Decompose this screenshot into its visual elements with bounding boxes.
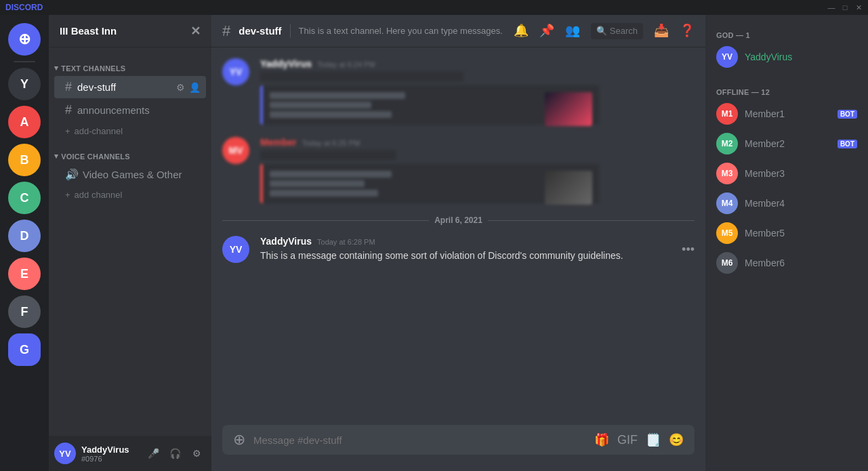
member-item-3[interactable]: M3 Member3	[711, 159, 863, 188]
channel-item-dev-stuff[interactable]: # dev-stuff ⚙ 👤	[54, 76, 206, 98]
notification-icon[interactable]: 🔔	[514, 23, 529, 39]
gif-icon[interactable]: GIF	[617, 433, 638, 447]
member-avatar-5: M5	[716, 222, 738, 244]
help-icon[interactable]: ❓	[680, 23, 695, 39]
guild-icon-5[interactable]: D	[8, 220, 41, 252]
member-name-2: Member2	[745, 138, 785, 149]
inbox-icon[interactable]: 📥	[654, 23, 669, 39]
guild-icon-6[interactable]: E	[8, 258, 41, 290]
member-avatar-3: M3	[716, 163, 738, 184]
guilds-sidebar: ⊕ Y A B C D E F G	[0, 15, 49, 471]
maximize-button[interactable]: □	[841, 3, 849, 12]
guild-separator	[14, 61, 35, 62]
member-badge-2: BOT	[838, 140, 857, 148]
channel-category-arrow-icon: ▾	[54, 64, 58, 73]
members-icon[interactable]: 👥	[565, 23, 580, 39]
sticker-icon[interactable]: 🗒️	[646, 432, 661, 447]
channel-category-voice[interactable]: ▾ Voice Channels	[49, 141, 211, 163]
user-info: YaddyVirus #0976	[81, 445, 138, 463]
channel-header: # dev-stuff This is a text channel. Here…	[211, 15, 705, 47]
channels-sidebar: III Beast Inn ✕ ▾ Text Channels # dev-st…	[49, 15, 211, 471]
home-guild-icon[interactable]: ⊕	[8, 23, 41, 56]
app-layout: ⊕ Y A B C D E F G III Beast Inn ✕ ▾ Text…	[0, 15, 868, 471]
input-plus-icon[interactable]: ⊕	[233, 432, 245, 447]
add-voice-channel-icon: +	[65, 190, 70, 200]
channel-hash-icon: #	[65, 80, 72, 94]
member-item-6[interactable]: M6 Member6	[711, 248, 863, 278]
channel-header-hash-icon: #	[222, 22, 230, 40]
add-channel-icon: +	[65, 126, 70, 136]
channel-item-voice-add[interactable]: + add channel	[54, 186, 206, 204]
message-input[interactable]	[253, 434, 586, 446]
emoji-icon[interactable]: 😊	[669, 432, 684, 447]
server-header-chevron-icon: ✕	[190, 24, 201, 39]
channel-item-announcements[interactable]: # announcements	[54, 99, 206, 121]
guild-icon-8[interactable]: G	[8, 333, 41, 366]
member-avatar-yaddyvirus: YV	[716, 46, 738, 68]
member-name-yaddyvirus: YaddyVirus	[745, 52, 792, 62]
titlebar-controls: — □ ✕	[827, 3, 863, 12]
titlebar: DISCORD — □ ✕	[0, 0, 868, 15]
search-icon: 🔍	[596, 26, 607, 36]
search-box[interactable]: 🔍 Search	[591, 23, 643, 39]
member-item-5[interactable]: M5 Member5	[711, 218, 863, 248]
member-item-1[interactable]: M1 Member1 BOT	[711, 99, 863, 129]
channel-category-voice-arrow-icon: ▾	[54, 152, 58, 161]
settings-icon[interactable]: ⚙	[187, 444, 206, 463]
channel-settings-icon[interactable]: ⚙	[176, 82, 185, 93]
mute-icon[interactable]: 🎤	[144, 444, 163, 463]
member-category-offline: OFFLINE — 12	[711, 83, 863, 99]
channels-list: ▾ Text Channels # dev-stuff ⚙ 👤 # announ…	[49, 47, 211, 436]
member-avatar-6: M6	[716, 252, 738, 274]
user-panel-icons: 🎤 🎧 ⚙	[144, 444, 206, 463]
titlebar-left: DISCORD	[5, 3, 43, 12]
member-avatar-1: M1	[716, 103, 738, 125]
guild-icon-2[interactable]: A	[8, 106, 41, 138]
close-button[interactable]: ✕	[854, 3, 863, 12]
member-item-4[interactable]: M4 Member4	[711, 188, 863, 218]
channel-header-divider	[290, 24, 291, 38]
member-item-2[interactable]: M2 Member2 BOT	[711, 129, 863, 159]
search-label: Search	[610, 26, 638, 36]
context-menu-overlay: Edit Message ✏️ Pin Message 📌 Reply ↩	[211, 47, 705, 425]
channel-hash-icon-2: #	[65, 103, 72, 117]
guild-icon-4[interactable]: C	[8, 182, 41, 214]
channel-header-name: dev-stuff	[239, 25, 281, 37]
server-header[interactable]: III Beast Inn ✕	[49, 15, 211, 47]
member-category-god: GOD — 1	[711, 26, 863, 42]
guild-icon-7[interactable]: F	[8, 295, 41, 328]
channel-header-topic: This is a text channel. Here you can typ…	[299, 26, 505, 36]
member-name-1: Member1	[745, 108, 785, 119]
message-input-area: ⊕ 🎁 GIF 🗒️ 😊	[211, 425, 705, 471]
deafen-icon[interactable]: 🎧	[165, 444, 184, 463]
member-avatar-4: M4	[716, 192, 738, 214]
member-badge-1: BOT	[838, 110, 857, 119]
voice-icon: 🔊	[65, 168, 79, 181]
channel-invite-icon[interactable]: 👤	[189, 82, 201, 93]
user-panel: YV YaddyVirus #0976 🎤 🎧 ⚙	[49, 436, 211, 471]
messages-area: YV YaddyVirus Today at 6:24 PM	[211, 47, 705, 425]
message-input-box: ⊕ 🎁 GIF 🗒️ 😊	[222, 425, 695, 455]
guild-icon-3[interactable]: B	[8, 144, 41, 176]
members-sidebar: GOD — 1 YV YaddyVirus OFFLINE — 12 M1 Me…	[705, 15, 868, 471]
member-name-3: Member3	[745, 168, 785, 179]
user-name: YaddyVirus	[81, 445, 138, 455]
member-item-yaddyvirus[interactable]: YV YaddyVirus	[711, 42, 863, 72]
user-avatar: YV	[54, 443, 76, 464]
app-logo-icon: DISCORD	[5, 3, 43, 12]
server-name: III Beast Inn	[60, 25, 117, 37]
channel-item-voice-1[interactable]: 🔊 Video Games & Other	[54, 164, 206, 185]
gift-icon[interactable]: 🎁	[594, 432, 609, 447]
guild-icon-1[interactable]: Y	[8, 68, 41, 100]
member-name-5: Member5	[745, 228, 785, 239]
user-tag: #0976	[81, 455, 138, 463]
main-content: # dev-stuff This is a text channel. Here…	[211, 15, 705, 471]
header-icons: 🔔 📌 👥 🔍 Search 📥 ❓	[514, 23, 695, 39]
channel-category-text[interactable]: ▾ Text Channels	[49, 53, 211, 75]
messages-wrapper: YV YaddyVirus Today at 6:24 PM	[211, 47, 705, 471]
member-name-4: Member4	[745, 198, 785, 209]
member-avatar-2: M2	[716, 133, 738, 155]
pin-icon[interactable]: 📌	[539, 23, 554, 39]
minimize-button[interactable]: —	[827, 3, 835, 12]
channel-item-add[interactable]: + add-channel	[54, 122, 206, 140]
